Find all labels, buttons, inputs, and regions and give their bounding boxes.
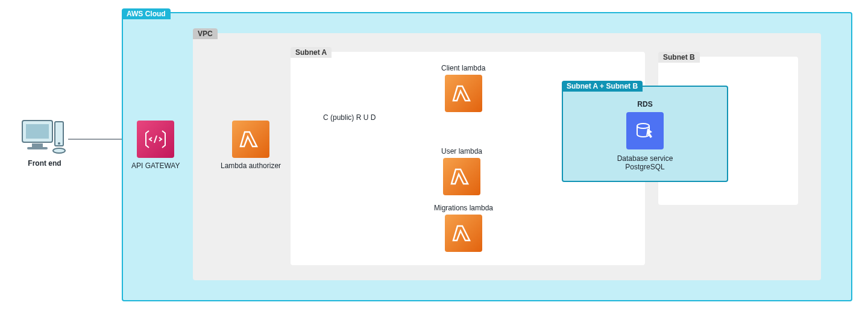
architecture-diagram: AWS Cloud VPC Subnet A Subnet B Subnet A…	[0, 0, 868, 317]
aws-cloud-tag: AWS Cloud	[122, 8, 171, 19]
svg-point-13	[53, 148, 65, 153]
svg-rect-8	[26, 124, 49, 139]
client-lambda-label: Client lambda	[441, 64, 485, 72]
rds-sub2: PostgreSQL	[563, 163, 727, 171]
rds-sub1: Database service	[563, 154, 727, 163]
frontend-label: Front end	[28, 159, 61, 168]
crud-label: C (public) R U D	[323, 113, 376, 122]
lambda-icon	[443, 158, 480, 195]
api-gateway-node: API GATEWAY	[131, 121, 180, 170]
lambda-icon	[445, 75, 482, 112]
svg-rect-10	[27, 147, 48, 149]
subnet-ab-container: Subnet A + Subnet B RDS Database service…	[562, 86, 728, 182]
subnet-a-tag: Subnet A	[291, 47, 332, 58]
svg-point-6	[637, 124, 649, 128]
user-lambda-label: User lambda	[441, 147, 482, 155]
api-gateway-label: API GATEWAY	[131, 162, 180, 170]
subnet-ab-tag: Subnet A + Subnet B	[562, 81, 643, 92]
svg-point-12	[58, 142, 60, 145]
subnet-b-tag: Subnet B	[658, 52, 700, 63]
migrations-lambda-label: Migrations lambda	[434, 204, 493, 212]
lambda-icon	[232, 121, 269, 158]
lambda-auth-label: Lambda authorizer	[221, 162, 281, 170]
rds-title: RDS	[563, 100, 727, 108]
user-lambda-node: User lambda	[441, 147, 482, 195]
frontend-node: Front end	[20, 119, 69, 168]
lambda-icon	[445, 215, 482, 252]
migrations-lambda-node: Migrations lambda	[434, 204, 493, 252]
api-gateway-icon	[137, 121, 174, 158]
desktop-icon	[21, 119, 68, 154]
vpc-tag: VPC	[193, 28, 218, 39]
rds-icon	[626, 112, 664, 149]
svg-rect-9	[32, 143, 43, 147]
client-lambda-node: Client lambda	[441, 64, 485, 112]
lambda-authorizer-node: Lambda authorizer	[221, 121, 281, 170]
